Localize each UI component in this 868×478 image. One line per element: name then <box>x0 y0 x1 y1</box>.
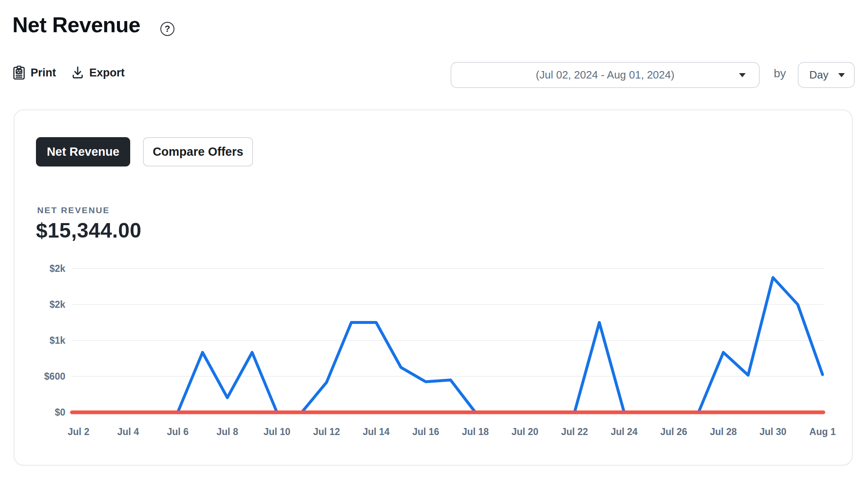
interval-dropdown[interactable]: Day <box>798 62 855 88</box>
by-label: by <box>774 67 786 80</box>
print-button[interactable]: Print <box>12 62 56 83</box>
date-range-dropdown[interactable]: (Jul 02, 2024 - Aug 01, 2024) <box>451 62 760 88</box>
chevron-down-icon <box>838 73 845 77</box>
tab-net-revenue[interactable]: Net Revenue <box>36 137 130 166</box>
metric-value: $15,344.00 <box>36 219 141 243</box>
print-icon <box>12 65 26 80</box>
export-label: Export <box>89 67 125 79</box>
page-title: Net Revenue <box>12 12 141 37</box>
chevron-down-icon <box>739 73 746 77</box>
tab-compare-offers[interactable]: Compare Offers <box>143 137 253 166</box>
print-label: Print <box>31 67 56 79</box>
net-revenue-page: Net Revenue ? Print Export (Jul 02, 202 <box>0 0 868 478</box>
export-button[interactable]: Export <box>71 62 125 83</box>
download-icon <box>71 66 84 80</box>
date-range-value: (Jul 02, 2024 - Aug 01, 2024) <box>536 69 674 81</box>
net-revenue-card: Net Revenue Compare Offers NET REVENUE $… <box>14 109 853 466</box>
help-icon[interactable]: ? <box>160 22 174 36</box>
metric-label: NET REVENUE <box>37 205 110 215</box>
interval-value: Day <box>809 69 828 81</box>
